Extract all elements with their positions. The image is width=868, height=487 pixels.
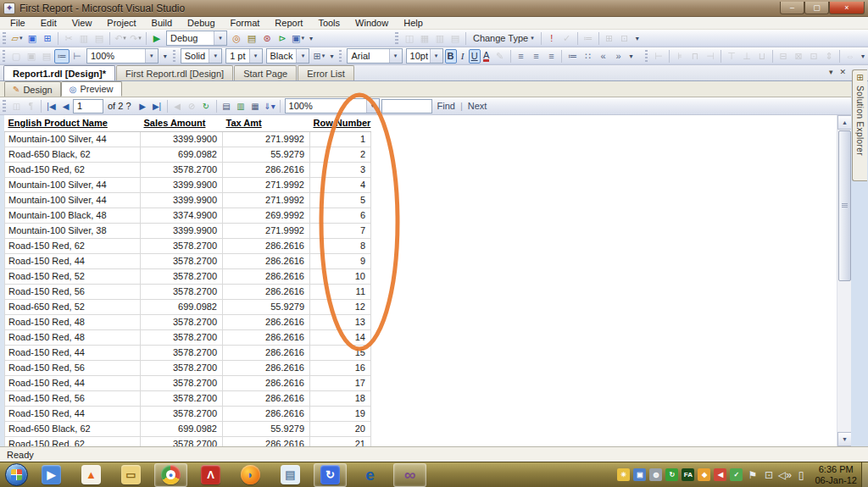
align-center-button[interactable]: ≡: [528, 49, 543, 64]
taskbar-vlc[interactable]: ▲: [75, 463, 108, 487]
border-color-combo[interactable]: Black ▾: [266, 48, 310, 64]
print-layout-button[interactable]: ▥: [234, 99, 248, 113]
align-bottoms-button[interactable]: ⊥: [739, 49, 754, 64]
tray-volume-icon[interactable]: ◁»: [778, 468, 791, 481]
report-zoom-combo[interactable]: 100% ▾: [86, 48, 159, 64]
scrollbar-thumb[interactable]: [838, 130, 851, 281]
align-centers-button[interactable]: ⊧: [672, 49, 687, 64]
copy-button[interactable]: ▥: [76, 31, 92, 46]
menu-item[interactable]: Build: [144, 17, 180, 29]
align-tops-button[interactable]: ⊤: [724, 49, 739, 64]
decrease-indent-button[interactable]: «: [595, 49, 610, 64]
show-diagram-pane-button[interactable]: ◫: [402, 31, 417, 46]
font-color-button[interactable]: A: [481, 49, 492, 64]
report-properties-button[interactable]: ▤: [39, 49, 54, 64]
new-window-button[interactable]: ▣▾: [290, 31, 306, 46]
print-button[interactable]: ▤: [220, 99, 234, 113]
menu-item[interactable]: File: [3, 17, 33, 29]
toolbar-overflow-icon[interactable]: ▾: [309, 35, 313, 42]
redo-button[interactable]: ↷▾: [128, 31, 143, 46]
tray-fa-icon[interactable]: FA: [682, 468, 694, 481]
chevron-down-icon[interactable]: ▾: [145, 49, 158, 63]
center-horizontal-button[interactable]: ⊡: [806, 49, 821, 64]
same-width-button[interactable]: ⊔: [754, 49, 770, 64]
same-height-button[interactable]: ⊟: [776, 49, 791, 64]
vertical-scrollbar[interactable]: ▲ ▼: [837, 115, 851, 446]
tray-battery-icon[interactable]: ▯: [794, 468, 807, 481]
toolbox-button[interactable]: ⊛: [259, 31, 275, 46]
taskbar-firefox[interactable]: ◗: [234, 463, 267, 487]
tray-update-icon[interactable]: ↻: [665, 468, 678, 481]
last-page-button[interactable]: ▶|: [150, 99, 164, 113]
chevron-down-icon[interactable]: ▾: [389, 49, 402, 63]
first-page-button[interactable]: |◀: [44, 99, 58, 113]
increase-indent-button[interactable]: »: [610, 49, 626, 64]
minimize-button[interactable]: –: [780, 2, 804, 14]
center-vertical-button[interactable]: ⇕: [821, 49, 837, 64]
preview-zoom-combo[interactable]: 100% ▾: [285, 98, 380, 113]
menu-item[interactable]: Format: [223, 17, 268, 29]
menu-item[interactable]: Tools: [310, 17, 348, 29]
toolbar-overflow-icon[interactable]: ▾: [636, 35, 639, 42]
debug-configuration-combo[interactable]: Debug ▾: [166, 30, 227, 46]
align-right-button[interactable]: ≡: [543, 49, 559, 64]
show-sql-pane-button[interactable]: ▥: [432, 31, 448, 46]
bold-button[interactable]: B: [445, 49, 457, 64]
tab-design[interactable]: ✎ Design: [4, 81, 61, 97]
document-tab[interactable]: Start Page: [234, 65, 297, 80]
page-header-button[interactable]: ▢: [8, 49, 24, 64]
solution-explorer-button[interactable]: ▤: [244, 31, 259, 46]
find-text-input[interactable]: [381, 99, 432, 113]
previous-page-button[interactable]: ◀: [58, 99, 73, 113]
solution-explorer-tab[interactable]: ⊞ Solution Explorer: [852, 69, 867, 181]
same-size-button[interactable]: ⊠: [791, 49, 806, 64]
tray-java-icon[interactable]: ✳: [617, 468, 630, 481]
toolbar-grip[interactable]: [339, 50, 342, 62]
close-document-icon[interactable]: ✕: [839, 68, 846, 76]
show-criteria-pane-button[interactable]: ▦: [417, 31, 432, 46]
align-middles-button[interactable]: ⊓: [687, 49, 703, 64]
menu-item[interactable]: Window: [348, 17, 396, 29]
restore-button[interactable]: ▢: [804, 2, 829, 14]
add-item-button[interactable]: ⊳: [275, 31, 290, 46]
toolbar-grip[interactable]: [173, 50, 175, 62]
save-button[interactable]: ▣: [25, 31, 40, 46]
paste-button[interactable]: ▤: [92, 31, 107, 46]
taskbar-adobe-reader[interactable]: Λ: [194, 463, 227, 487]
ruler-button[interactable]: ⊢: [70, 49, 85, 64]
tray-lock-icon[interactable]: ◆: [698, 468, 710, 481]
page-setup-button[interactable]: ▦: [248, 99, 263, 113]
scroll-up-icon[interactable]: ▲: [837, 115, 851, 130]
document-tab[interactable]: First Report.rdl [Design]: [116, 65, 233, 80]
add-new-item-button[interactable]: ▱▾: [9, 31, 25, 46]
undo-button[interactable]: ↶▾: [113, 31, 128, 46]
chevron-down-icon[interactable]: ▾: [249, 49, 262, 63]
save-all-button[interactable]: ⊞: [40, 31, 55, 46]
tray-app-blue-icon[interactable]: ▣: [633, 468, 646, 481]
chevron-down-icon[interactable]: ▾: [214, 31, 226, 45]
toolbar-grip[interactable]: [3, 100, 6, 112]
format-painter-button[interactable]: ✎: [492, 49, 508, 64]
tab-preview[interactable]: ◎ Preview: [61, 81, 122, 97]
taskbar-chrome[interactable]: ●: [154, 463, 187, 487]
document-map-button[interactable]: ◫: [9, 99, 24, 113]
change-type-button[interactable]: Change Type ▾: [469, 31, 538, 46]
taskbar-explorer[interactable]: ▭: [114, 463, 147, 487]
tray-app-gray-icon[interactable]: ◍: [649, 468, 662, 481]
toolbar-grip[interactable]: [645, 50, 648, 62]
stop-rendering-button[interactable]: ⊘: [185, 99, 199, 113]
underline-button[interactable]: U: [469, 49, 481, 64]
start-button[interactable]: [5, 463, 28, 486]
report-parameters-button[interactable]: ¶: [24, 99, 38, 113]
tray-flag-icon[interactable]: ⚑: [746, 468, 759, 481]
close-button[interactable]: ×: [829, 2, 865, 14]
document-tab[interactable]: Report1.rdl [Design]*: [3, 65, 115, 80]
add-derived-table-button[interactable]: ⊡: [617, 31, 632, 46]
page-footer-button[interactable]: ▣: [24, 49, 39, 64]
export-button[interactable]: ⇓ ▾: [263, 99, 277, 113]
execute-sql-button[interactable]: !: [544, 31, 559, 46]
autosize-button[interactable]: ⇔: [843, 49, 858, 64]
taskbar-messenger[interactable]: ↻: [314, 463, 347, 487]
toolbar-overflow-icon[interactable]: ▾: [629, 53, 632, 60]
menu-item[interactable]: Debug: [180, 17, 222, 29]
